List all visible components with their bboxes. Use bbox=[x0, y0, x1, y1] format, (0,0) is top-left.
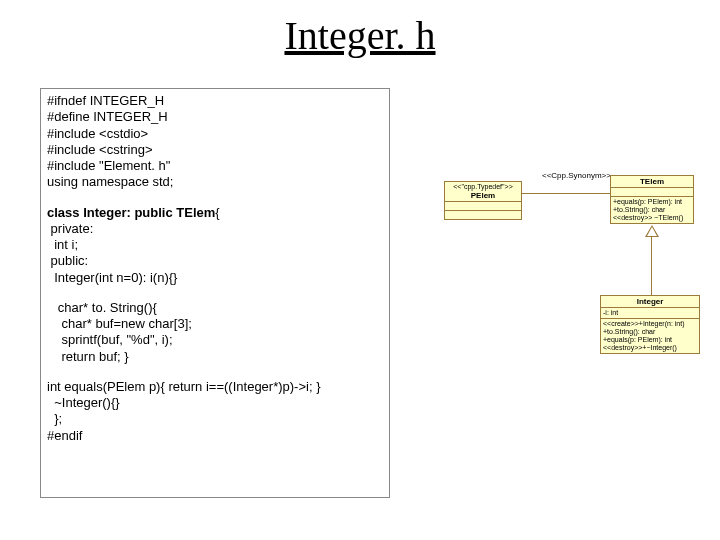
code-block-2: class Integer: public TElem{ private: in… bbox=[47, 205, 383, 286]
uml-pelem-empty2 bbox=[445, 211, 521, 219]
uml-telem-op2: +to.String(): char bbox=[613, 206, 691, 214]
uml-gen-line bbox=[651, 237, 652, 295]
page-title: Integer. h bbox=[0, 12, 720, 59]
uml-class-integer: Integer -i: int <<create>>+Integer(n: in… bbox=[600, 295, 700, 354]
code-block-1: #ifndef INTEGER_H #define INTEGER_H #inc… bbox=[47, 93, 383, 191]
uml-pelem-name: PElem bbox=[447, 191, 519, 200]
uml-cpp-synonym-label: <<Cpp.Synonym>> bbox=[542, 171, 611, 180]
uml-class-pelem: <<"cpp.Typedef">> PElem bbox=[444, 181, 522, 220]
uml-assoc-line bbox=[522, 193, 610, 194]
uml-telem-op1: +equals(p: PElem): int bbox=[613, 198, 691, 206]
code-class-head: class Integer: public TElem bbox=[47, 205, 215, 220]
uml-telem-op3: <<destroy>> ~TElem() bbox=[613, 214, 691, 222]
uml-gen-arrowhead bbox=[645, 225, 659, 237]
uml-integer-op3: +equals(p: PElem): int bbox=[603, 336, 697, 344]
uml-diagram: <<Cpp.Synonym>> <<"cpp.Typedef">> PElem … bbox=[430, 175, 695, 405]
code-box: #ifndef INTEGER_H #define INTEGER_H #inc… bbox=[40, 88, 390, 498]
uml-class-telem: TElem +equals(p: PElem): int +to.String(… bbox=[610, 175, 694, 224]
uml-pelem-stereo: <<"cpp.Typedef">> bbox=[447, 183, 519, 191]
uml-telem-empty bbox=[611, 188, 693, 197]
uml-integer-op4: <<destroy>>+~Integer() bbox=[603, 344, 697, 352]
code-block-3: char* to. String(){ char* buf=new char[3… bbox=[47, 300, 383, 365]
uml-integer-op1: <<create>>+Integer(n: int) bbox=[603, 320, 697, 328]
uml-pelem-empty1 bbox=[445, 202, 521, 211]
uml-integer-name: Integer bbox=[603, 297, 697, 306]
code-block-4: int equals(PElem p){ return i==((Integer… bbox=[47, 379, 383, 444]
uml-telem-name: TElem bbox=[613, 177, 691, 186]
uml-integer-op2: +to.String(): char bbox=[603, 328, 697, 336]
uml-integer-attr: -i: int bbox=[603, 309, 697, 317]
